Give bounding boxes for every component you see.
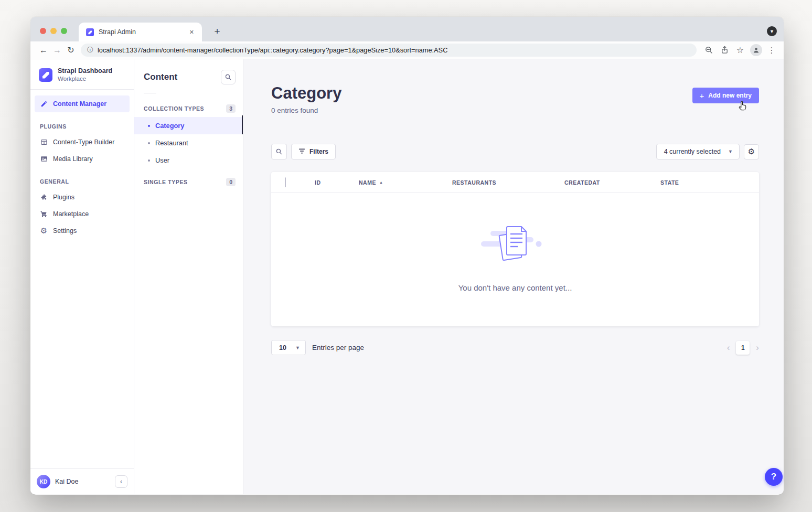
sidebar-section-plugins: PLUGINS (30, 112, 134, 134)
sidebar-item-content-type-builder[interactable]: Content-Type Builder (35, 134, 130, 151)
filter-icon (298, 148, 305, 156)
collection-types-count-badge: 3 (226, 104, 236, 113)
close-window-button[interactable] (40, 28, 46, 34)
filters-button[interactable]: Filters (291, 144, 336, 159)
collection-types-label: COLLECTION TYPES (144, 105, 204, 112)
collection-item-category[interactable]: Category (134, 117, 243, 134)
gear-icon: ⚙ (40, 226, 48, 236)
search-entries-button[interactable] (271, 144, 287, 159)
select-all-checkbox[interactable] (285, 177, 286, 187)
fields-selected-value: 4 currently selected (664, 148, 721, 155)
column-header-createdat[interactable]: CREATEDAT (564, 179, 660, 186)
previous-page-button[interactable]: ‹ (727, 343, 730, 352)
bookmark-star-icon[interactable]: ☆ (733, 44, 747, 57)
address-bar[interactable]: ⓘ localhost:1337/admin/content-manager/c… (81, 44, 697, 57)
recording-indicator-icon[interactable]: ▼ (767, 26, 777, 36)
profile-avatar-icon (750, 44, 762, 56)
browser-tab-strip: Strapi Admin ✕ + ▼ (30, 17, 784, 41)
table-action-row: Filters 4 currently selected ▼ ⚙ (271, 144, 759, 159)
column-header-id[interactable]: ID (315, 179, 359, 186)
strapi-favicon-icon (86, 28, 94, 36)
content-panel-title: Content (144, 72, 177, 82)
collection-types-section: COLLECTION TYPES 3 (134, 95, 243, 117)
single-types-section: SINGLE TYPES 0 (134, 169, 243, 190)
back-button[interactable]: ← (37, 44, 50, 57)
url-text: localhost:1337/admin/content-manager/col… (98, 46, 447, 54)
bullet-icon (148, 142, 150, 144)
fields-selected-dropdown[interactable]: 4 currently selected ▼ (656, 144, 740, 159)
column-header-restaurants[interactable]: RESTAURANTS (452, 179, 564, 186)
desktop-background: Strapi Admin ✕ + ▼ ← → ↻ ⓘ localhost:133… (0, 0, 812, 512)
user-avatar[interactable]: KD (37, 475, 50, 488)
search-content-button[interactable] (221, 70, 236, 84)
strapi-app: Strapi Dashboard Workplace Content Manag… (30, 59, 784, 494)
edit-pencil-icon (40, 100, 48, 108)
sidebar-item-label: Media Library (53, 155, 93, 163)
content-panel-header: Content (134, 59, 243, 88)
window-controls (40, 28, 67, 34)
divider (144, 93, 156, 93)
layout-grid-icon (40, 138, 48, 146)
next-page-button[interactable]: › (756, 343, 759, 352)
share-icon[interactable] (718, 44, 731, 57)
sidebar-item-content-manager[interactable]: Content Manager (35, 95, 130, 112)
entries-table: ID NAME ▲ RESTAURANTS CREATEDAT STATE (271, 172, 759, 326)
puzzle-icon (40, 194, 48, 201)
content-panel: Content COLLECTION TYPES 3 Category (134, 59, 243, 494)
user-name: Kai Doe (55, 478, 110, 485)
app-name: Strapi Dashboard (58, 67, 112, 75)
sidebar-item-label: Content Manager (53, 100, 106, 108)
sidebar-footer: KD Kai Doe ‹ (30, 468, 134, 494)
empty-state: You don't have any content yet... (271, 193, 759, 326)
table-header-row: ID NAME ▲ RESTAURANTS CREATEDAT STATE (271, 172, 759, 193)
page-size-value: 10 (279, 344, 286, 351)
chevron-down-icon: ▼ (728, 149, 733, 154)
page-info-icon[interactable]: ⓘ (87, 46, 93, 55)
collection-item-restaurant[interactable]: Restaurant (134, 134, 243, 152)
sidebar-header: Strapi Dashboard Workplace (30, 59, 134, 90)
reload-button[interactable]: ↻ (64, 44, 78, 57)
zoom-window-button[interactable] (61, 28, 67, 34)
browser-window: Strapi Admin ✕ + ▼ ← → ↻ ⓘ localhost:133… (30, 17, 784, 495)
collection-item-label: Restaurant (155, 139, 188, 147)
plus-icon: + (700, 91, 704, 100)
column-header-name[interactable]: NAME ▲ (359, 179, 452, 186)
sidebar-item-label: Content-Type Builder (53, 138, 114, 146)
browser-menu-icon[interactable]: ⋮ (765, 44, 778, 57)
sidebar-item-settings[interactable]: ⚙ Settings (35, 222, 130, 239)
column-header-state[interactable]: STATE (660, 179, 759, 186)
add-new-entry-button[interactable]: + Add new entry (692, 88, 759, 103)
page-size-dropdown[interactable]: 10 ▼ (271, 340, 306, 355)
bullet-icon (148, 159, 150, 162)
page-header: Category 0 entries found + Add new entry (271, 84, 759, 114)
sidebar-item-label: Marketplace (53, 210, 89, 218)
forward-button[interactable]: → (50, 44, 64, 57)
shopping-cart-icon (40, 210, 48, 218)
sidebar-item-media-library[interactable]: Media Library (35, 151, 130, 167)
bullet-icon (148, 125, 150, 127)
sidebar-item-label: Plugins (53, 194, 74, 201)
panel-scrollbar-thumb[interactable] (242, 115, 243, 134)
profile-button[interactable] (749, 44, 763, 57)
browser-toolbar: ← → ↻ ⓘ localhost:1337/admin/content-man… (30, 41, 784, 59)
tab-title: Strapi Admin (99, 28, 183, 36)
chevron-down-icon: ▼ (295, 345, 300, 350)
image-icon (40, 155, 48, 163)
new-tab-button[interactable]: + (211, 25, 223, 38)
sidebar-item-plugins[interactable]: Plugins (35, 189, 130, 206)
collection-item-user[interactable]: User (134, 152, 243, 169)
collapse-sidebar-button[interactable]: ‹ (115, 475, 127, 488)
help-button[interactable]: ? (765, 468, 783, 486)
current-page-button[interactable]: 1 (736, 341, 750, 355)
collection-item-label: User (155, 156, 169, 164)
single-types-count-badge: 0 (226, 178, 236, 186)
toolbar-actions: ☆ ⋮ (702, 44, 778, 57)
workspace-name: Workplace (58, 75, 112, 82)
sidebar-item-marketplace[interactable]: Marketplace (35, 206, 130, 222)
minimize-window-button[interactable] (50, 28, 57, 34)
browser-tab[interactable]: Strapi Admin ✕ (79, 23, 202, 41)
main-sidebar: Strapi Dashboard Workplace Content Manag… (30, 59, 134, 494)
view-settings-button[interactable]: ⚙ (744, 144, 759, 159)
close-tab-icon[interactable]: ✕ (188, 28, 196, 37)
zoom-page-icon[interactable] (702, 44, 715, 57)
